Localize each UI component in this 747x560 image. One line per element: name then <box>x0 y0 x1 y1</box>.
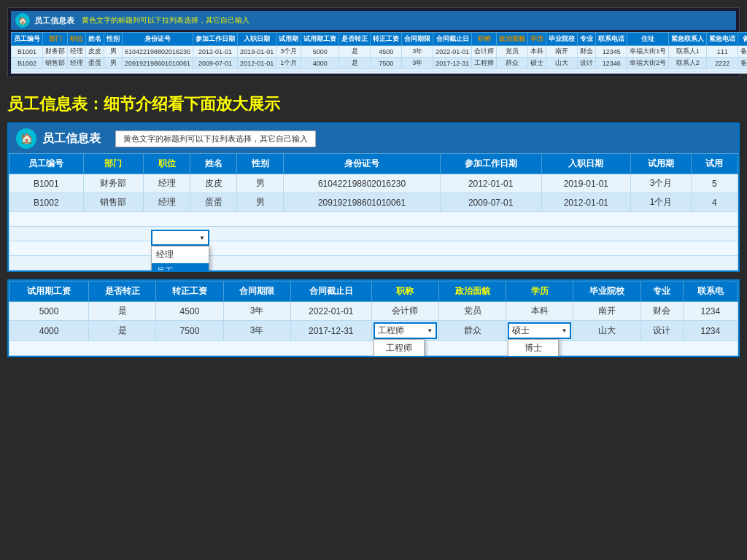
edu-item-phd[interactable]: 博士 <box>508 340 558 357</box>
mini-cell: 联系人2 <box>669 58 707 69</box>
mini-cell: 12346 <box>596 58 627 69</box>
main-header-bar: 🏠 员工信息表 黄色文字的标题列可以下拉列表选择，其它自己输入 <box>9 124 738 153</box>
mini-cell: 4500 <box>371 46 402 58</box>
bot-cell-school: 山大 <box>573 321 640 341</box>
cell-trial: 1个月 <box>631 193 692 212</box>
note-box: 黄色文字的标题列可以下拉列表选择，其它自己输入 <box>115 131 316 147</box>
mini-th-trialwage: 试用期工资 <box>301 33 339 46</box>
top-note: 黄色文字的标题列可以下拉列表选择，其它自己输入 <box>82 15 249 26</box>
mini-cell: 会计师 <box>472 46 497 58</box>
cell-gender: 男 <box>237 193 284 212</box>
bot-th-school: 毕业院校 <box>573 281 640 302</box>
dropdown-item-staff[interactable]: 员工 <box>152 263 209 271</box>
edu-item-master[interactable]: 硕士 <box>508 357 558 357</box>
jobtitle-arrow-icon: ▼ <box>427 327 433 334</box>
bot-cell-jobtitle-dropdown[interactable]: 工程师 ▼ 工程师 技术员 会计师 <box>371 321 438 341</box>
mini-cell: 男 <box>104 58 123 69</box>
main-table-row-1: B1001 财务部 经理 皮皮 男 610422198802016230 201… <box>9 174 738 193</box>
jobtitle-item-engineer[interactable]: 工程师 <box>374 340 424 357</box>
mini-th-edu: 学历 <box>528 33 546 46</box>
main-th-entrydate: 入职日期 <box>541 154 630 174</box>
edu-dropdown-trigger[interactable]: 硕士 ▼ <box>508 322 571 339</box>
cell-workdate: 2009-07-01 <box>440 193 541 212</box>
main-th-id: 身份证号 <box>284 154 440 174</box>
mini-cell: 2222 <box>707 58 738 69</box>
mini-table-header-row: 员工编号 部门 职位 姓名 性别 身份证号 参加工作日期 入职日期 试用期 试用… <box>12 33 748 46</box>
mini-cell: B1001 <box>12 46 43 58</box>
cell-name: 蛋蛋 <box>190 193 237 212</box>
mini-cell: 2012-01-01 <box>193 46 238 58</box>
bot-cell-confirm: 是 <box>89 321 156 341</box>
mini-th-entrydate: 入职日期 <box>238 33 276 46</box>
mini-cell: 2022-01-01 <box>433 46 472 58</box>
bot-th-regwage: 转正工资 <box>156 281 223 302</box>
jobtitle-dropdown-trigger[interactable]: 工程师 ▼ <box>374 322 437 339</box>
dropdown-current-value <box>155 233 158 243</box>
bot-th-contractend: 合同截止日 <box>290 281 371 302</box>
bottom-header-row: 试用期工资 是否转正 转正工资 合同期限 合同截止日 职称 政治面貌 学历 毕业… <box>9 281 738 302</box>
dropdown-item-manager[interactable]: 经理 <box>152 246 209 263</box>
bottom-section: 试用期工资 是否转正 转正工资 合同期限 合同截止日 职称 政治面貌 学历 毕业… <box>7 279 740 357</box>
mini-cell: 备注2 <box>738 58 747 69</box>
mini-cell: 3年 <box>402 46 433 58</box>
edu-dropdown-list: 博士 硕士 本科 大专 <box>508 339 559 357</box>
edu-current: 硕士 <box>512 324 530 337</box>
main-empty-row <box>9 227 738 241</box>
mini-th-phone: 联系电话 <box>596 33 627 46</box>
mini-cell: 销售部 <box>43 58 68 69</box>
bot-cell-jobtitle: 会计师 <box>371 302 438 321</box>
cell-trial2: 5 <box>691 174 738 193</box>
mini-empty-row <box>12 71 748 74</box>
cell-id: 610422198802016230 <box>284 174 440 193</box>
mini-th-confirm: 是否转正 <box>339 33 371 46</box>
bot-th-trialwage: 试用期工资 <box>9 281 89 302</box>
bot-cell-edu-dropdown[interactable]: 硕士 ▼ 博士 硕士 本科 大专 <box>506 321 573 341</box>
bot-cell-edu: 本科 <box>506 302 573 321</box>
mini-cell: 硕士 <box>528 58 546 69</box>
mini-cell: 3年 <box>402 58 433 69</box>
cell-pos: 经理 <box>144 174 190 193</box>
mini-th-jobtitle: 职称 <box>472 33 497 46</box>
top-header-bar: 🏠 员工信息表 黄色文字的标题列可以下拉列表选择，其它自己输入 <box>11 11 736 30</box>
cell-workdate: 2012-01-01 <box>440 174 541 193</box>
main-th-trial: 试用期 <box>631 154 692 174</box>
jobtitle-item-tech[interactable]: 技术员 <box>374 357 424 357</box>
bot-cell-contractend: 2022-01-01 <box>290 302 371 321</box>
cell-empid: B1001 <box>9 174 84 193</box>
mini-cell: 2009-07-01 <box>193 58 238 69</box>
bot-th-major: 专业 <box>640 281 683 302</box>
main-th-dept: 部门 <box>83 154 144 174</box>
mini-th-contract: 合同期限 <box>402 33 433 46</box>
cell-entrydate: 2019-01-01 <box>541 174 630 193</box>
mini-th-gender: 性别 <box>104 33 123 46</box>
position-dropdown-trigger[interactable]: ▼ <box>151 230 209 246</box>
mini-cell: 设计 <box>578 58 596 69</box>
mini-th-name: 姓名 <box>86 33 104 46</box>
mini-cell: 幸福大街2号 <box>627 58 669 69</box>
cell-pos: 经理 <box>144 193 190 212</box>
mini-th-politics: 政治面貌 <box>497 33 528 46</box>
mini-cell: 2017-12-31 <box>433 58 472 69</box>
main-logo-icon: 🏠 <box>16 128 36 149</box>
mini-cell: 备注1 <box>738 46 747 58</box>
bot-cell-phone: 1234 <box>683 321 738 341</box>
bot-cell-politics: 党员 <box>439 302 506 321</box>
dropdown-arrow-icon: ▼ <box>199 235 205 241</box>
mini-cell: 山大 <box>546 58 578 69</box>
bot-cell-confirm: 是 <box>89 302 156 321</box>
main-empty-row <box>9 256 738 271</box>
mini-cell: 12345 <box>596 46 627 58</box>
bot-cell-politics: 群众 <box>439 321 506 341</box>
main-empty-row <box>9 212 738 227</box>
mini-cell: 5000 <box>301 46 339 58</box>
bot-cell-contract: 3年 <box>223 321 290 341</box>
mini-cell: 财务部 <box>43 46 68 58</box>
bot-cell-phone: 1234 <box>683 302 738 321</box>
bot-th-phone: 联系电 <box>683 281 738 302</box>
jobtitle-dropdown-list: 工程师 技术员 会计师 <box>374 339 425 357</box>
cell-name: 皮皮 <box>190 174 237 193</box>
mini-cell: 皮皮 <box>86 46 104 58</box>
mini-cell: 经理 <box>68 58 86 69</box>
main-section: 🏠 员工信息表 黄色文字的标题列可以下拉列表选择，其它自己输入 员工编号 部门 … <box>7 122 740 272</box>
mini-th-emcontact: 紧急联系人 <box>669 33 707 46</box>
